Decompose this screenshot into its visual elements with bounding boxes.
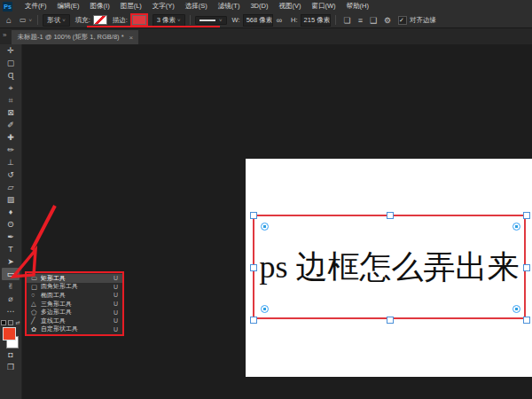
stroke-style-select[interactable]: ˅ [195, 16, 227, 25]
shape-height-input[interactable]: 215 像素 [301, 14, 331, 27]
corner-radius-control[interactable] [512, 223, 520, 231]
quick-mask-button[interactable]: ◘ [2, 348, 20, 361]
transform-handle[interactable] [387, 317, 394, 324]
shape-icon: △ [31, 300, 41, 308]
corner-radius-control[interactable] [261, 223, 269, 231]
tools-panel: ✛ ▢ Ɋ ⌖ ⌗ ⊠ ✐ ✚ ✏ ⊥ ↺ ▱ ▨ ♦ ʘ ✒ [0, 44, 22, 399]
fill-color-swatch[interactable] [93, 15, 107, 25]
menu-list: 文件(F)编辑(E)图像(I)图层(L)文字(Y)选择(S)滤镜(T)3D(D)… [20, 0, 374, 12]
edit-toolbar-button[interactable]: ⋯ [2, 305, 20, 317]
stroke-width-select[interactable]: 3 像素 ˅ [153, 14, 185, 27]
document-tab-bar: » 未标题-1 @ 100% (矩形 1, RGB/8) * × [0, 27, 532, 44]
height-label: H: [291, 16, 298, 24]
menu-item[interactable]: 视图(V) [273, 0, 306, 12]
menu-item[interactable]: 文字(Y) [147, 0, 180, 12]
history-brush-tool[interactable]: ↺ [2, 168, 20, 181]
gradient-tool[interactable]: ▨ [2, 193, 20, 206]
brush-tool[interactable]: ✏ [2, 144, 20, 156]
chevron-down-icon: ˅ [219, 18, 223, 23]
shape-icon: ▢ [31, 283, 41, 291]
corner-radius-control[interactable] [261, 305, 269, 313]
menu-item[interactable]: 编辑(E) [52, 0, 85, 12]
crop-tool[interactable]: ⌗ [2, 94, 20, 106]
screen-mode-button[interactable]: ❐ [2, 361, 20, 373]
eraser-tool[interactable]: ▱ [2, 181, 20, 193]
dodge-tool[interactable]: ʘ [2, 218, 20, 231]
stroke-color-swatch[interactable] [132, 15, 146, 25]
path-alignment-icon[interactable]: ≡ [358, 16, 363, 25]
zoom-tool[interactable]: ⌀ [2, 293, 20, 305]
menu-item[interactable]: 选择(S) [180, 0, 213, 12]
rectangular-marquee-tool[interactable]: ▢ [2, 57, 20, 69]
stroke-label: 描边: [113, 16, 128, 25]
shape-icon: ⬠ [31, 309, 41, 317]
shape-icon: ○ [31, 291, 41, 299]
stroke-width-value: 3 像素 [157, 16, 176, 25]
flyout-ellipse-tool[interactable]: ○ 椭圆工具 U [27, 291, 122, 300]
menu-item[interactable]: 文件(F) [20, 0, 52, 12]
flyout-rounded-rectangle-tool[interactable]: ▢ 圆角矩形工具 U [27, 283, 122, 292]
blur-tool[interactable]: ♦ [2, 206, 20, 218]
swap-colors-icon[interactable]: ⇄ [15, 319, 20, 325]
foreground-color-swatch[interactable] [3, 327, 16, 340]
menu-item[interactable]: 滤镜(T) [213, 0, 246, 12]
transform-handle[interactable] [523, 317, 530, 324]
clone-stamp-tool[interactable]: ⊥ [2, 156, 20, 168]
transform-handle[interactable] [523, 212, 530, 219]
type-tool[interactable]: T [2, 243, 20, 255]
flyout-rectangle-tool[interactable]: ▭ 矩形工具 U [27, 274, 122, 283]
align-edges-checkbox[interactable]: ✓ [398, 16, 407, 25]
menu-item[interactable]: 图层(L) [115, 0, 147, 12]
path-selection-tool[interactable]: ➤ [2, 255, 20, 268]
shape-icon: ╱ [31, 317, 41, 325]
color-swatches [2, 327, 20, 348]
divider [37, 15, 38, 25]
link-dimensions-icon[interactable]: ∞ [277, 16, 282, 25]
flyout-line-tool[interactable]: ╱ 直线工具 U [27, 317, 122, 325]
frame-tool[interactable]: ⊠ [2, 106, 20, 119]
home-icon[interactable]: ⌂ [6, 15, 12, 25]
tool-mode-select[interactable]: 形状 ˅ [43, 14, 70, 27]
corner-radius-control[interactable] [512, 305, 520, 313]
pen-tool[interactable]: ✒ [2, 231, 20, 243]
object-selection-tool[interactable]: ⌖ [2, 82, 20, 94]
document-tab[interactable]: 未标题-1 @ 100% (矩形 1, RGB/8) * × [12, 30, 138, 44]
tool-options-bar: ⌂ ▭ ˅ 形状 ˅ 填充: 描边: 3 像素 ˅ ˅ W: 568 像素 ∞ … [0, 12, 532, 28]
transform-handle[interactable] [523, 264, 530, 271]
menu-item[interactable]: 窗口(W) [306, 0, 340, 12]
canvas-text: ps 边框怎么弄出来 [253, 215, 526, 319]
shape-width-input[interactable]: 568 像素 [243, 14, 273, 27]
lasso-tool[interactable]: Ɋ [2, 69, 20, 82]
rectangle-tool[interactable]: ▭ [2, 268, 20, 280]
shape-settings-gear-icon[interactable]: ⚙ [384, 16, 391, 25]
close-icon[interactable]: × [129, 34, 134, 42]
eyedropper-tool[interactable]: ✐ [2, 119, 20, 131]
collapse-chevrons-icon[interactable]: » [3, 31, 6, 39]
transform-handle[interactable] [387, 212, 394, 219]
shape-tools-flyout: ▭ 矩形工具 U ▢ 圆角矩形工具 U ○ 椭圆工具 U △ 三角形工具 U ⬠… [25, 271, 124, 336]
path-operations-icon[interactable]: ❏ [344, 16, 351, 25]
transform-handle[interactable] [250, 212, 257, 219]
width-label: W: [232, 16, 240, 24]
transform-handle[interactable] [250, 317, 257, 324]
flyout-custom-shape-tool[interactable]: ✿ 自定形状工具 U [27, 325, 122, 334]
chevron-down-icon: ˅ [62, 18, 66, 23]
shape-icon: ▭ [31, 274, 41, 282]
move-tool[interactable]: ✛ [2, 44, 20, 57]
transform-handle[interactable] [250, 264, 257, 271]
tool-mode-value: 形状 [47, 16, 60, 25]
align-edges-label: 对齐边缘 [410, 16, 436, 25]
flyout-triangle-tool[interactable]: △ 三角形工具 U [27, 300, 122, 309]
hand-tool[interactable]: ✌ [2, 280, 20, 293]
menu-item[interactable]: 图像(I) [85, 0, 115, 12]
menu-item[interactable]: 3D(D) [245, 0, 273, 12]
path-arrangement-icon[interactable]: ❑ [370, 16, 377, 25]
menu-bar: Ps 文件(F)编辑(E)图像(I)图层(L)文字(Y)选择(S)滤镜(T)3D… [0, 0, 532, 13]
menu-item[interactable]: 帮助(H) [341, 0, 374, 12]
flyout-polygon-tool[interactable]: ⬠ 多边形工具 U [27, 308, 122, 317]
default-colors-icon[interactable]: ⇄ [1, 319, 20, 325]
chevron-down-icon: ˅ [29, 18, 34, 23]
fill-label: 填充: [75, 16, 90, 25]
spot-healing-brush-tool[interactable]: ✚ [2, 131, 20, 144]
tool-preset-icon[interactable]: ▭ ˅ [20, 16, 33, 24]
